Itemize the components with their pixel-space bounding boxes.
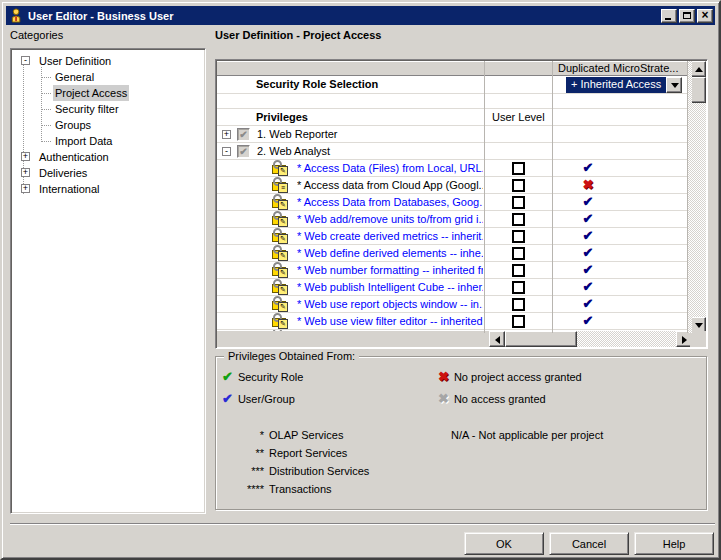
privilege-lock-icon: [272, 182, 286, 191]
sidebar-item-groups[interactable]: Groups: [13, 117, 203, 133]
ok-button[interactable]: OK: [464, 532, 544, 555]
sidebar-item-authentication[interactable]: + Authentication: [13, 149, 203, 165]
privilege-label: * Web use report objects window -- in...: [297, 298, 483, 310]
scrollbar-blank-zone: [217, 331, 489, 347]
maximize-button[interactable]: [679, 9, 695, 23]
scrollbar-corner: [690, 331, 706, 347]
privilege-label: * Access Data from Databases, Goog...: [297, 196, 483, 208]
security-role-selection-label: Security Role Selection: [256, 78, 378, 90]
privilege-row[interactable]: * Access Data (Files) from Local, URL...…: [217, 160, 692, 177]
combo-dropdown-button[interactable]: [666, 77, 682, 93]
privilege-label: * Web use view filter editor -- inherite…: [297, 315, 483, 327]
star-marker: *: [230, 429, 264, 441]
help-button[interactable]: Help: [634, 532, 714, 555]
horizontal-scrollbar[interactable]: [217, 331, 692, 347]
user-level-checkbox[interactable]: [512, 264, 525, 277]
column-header-duplicated-project[interactable]: Duplicated MicroStrate...: [558, 62, 686, 74]
privilege-row[interactable]: * Web define derived elements -- inhe...…: [217, 245, 692, 262]
privileges-obtained-from-groupbox: Privileges Obtained From: ✔Security Role…: [215, 356, 707, 510]
access-granted-icon[interactable]: ✔: [569, 313, 607, 329]
sidebar-item-international[interactable]: + International: [13, 181, 203, 197]
user-level-checkbox[interactable]: [512, 298, 525, 311]
spacer-row: [217, 94, 692, 109]
vertical-scroll-thumb[interactable]: [690, 77, 706, 103]
privilege-row[interactable]: * Web create derived metrics -- inherit.…: [217, 228, 692, 245]
privileges-label: Privileges: [256, 111, 308, 123]
access-granted-icon[interactable]: ✔: [569, 228, 607, 244]
expand-icon[interactable]: +: [21, 184, 30, 193]
privilege-lock-icon: [272, 318, 286, 327]
user-level-checkbox[interactable]: [512, 315, 525, 328]
group-checkbox-indeterminate[interactable]: [237, 128, 250, 141]
access-granted-icon[interactable]: ✔: [569, 245, 607, 261]
user-level-checkbox[interactable]: [512, 213, 525, 226]
access-granted-icon[interactable]: ✔: [569, 194, 607, 210]
privilege-row[interactable]: * Web number formatting -- inherited fr.…: [217, 262, 692, 279]
sidebar-item-deliveries[interactable]: + Deliveries: [13, 165, 203, 181]
privilege-row[interactable]: * Access Data from Databases, Goog... ✔: [217, 194, 692, 211]
horizontal-scroll-thumb[interactable]: [505, 331, 577, 347]
expand-icon[interactable]: +: [222, 130, 231, 139]
user-level-checkbox[interactable]: [512, 281, 525, 294]
star-marker: ***: [230, 465, 264, 477]
user-level-checkbox[interactable]: [512, 162, 525, 175]
sidebar-item-label: User Definition: [37, 53, 113, 69]
sidebar-item-label: Import Data: [53, 133, 114, 149]
cancel-button[interactable]: Cancel: [549, 532, 629, 555]
vertical-scrollbar[interactable]: [690, 61, 706, 333]
group-row-web-analyst[interactable]: - 2. Web Analyst: [217, 143, 692, 160]
legend-label: Security Role: [238, 371, 303, 383]
sidebar-item-label: Project Access: [53, 85, 129, 101]
privilege-row[interactable]: * Access data from Cloud App (Googl... ✖: [217, 177, 692, 194]
privilege-row[interactable]: * Web publish Intelligent Cube -- inher.…: [217, 279, 692, 296]
user-level-checkbox[interactable]: [512, 247, 525, 260]
legend-transactions: ****Transactions: [230, 483, 332, 495]
scroll-left-button[interactable]: [489, 331, 505, 347]
minimize-button[interactable]: [661, 9, 677, 23]
chevron-down-icon: [671, 83, 679, 88]
user-level-checkbox[interactable]: [512, 196, 525, 209]
minimize-icon: [665, 18, 671, 20]
column-divider: [687, 61, 688, 333]
group-row-web-reporter[interactable]: + 1. Web Reporter: [217, 126, 692, 143]
privilege-label: * Access data from Cloud App (Googl...: [297, 179, 483, 191]
access-granted-icon[interactable]: ✔: [569, 262, 607, 278]
legend-user-group: ✔User/Group: [222, 391, 295, 406]
group-label: 1. Web Reporter: [257, 128, 338, 140]
security-role-selection-row: Security Role Selection + Inherited Acce…: [217, 76, 692, 94]
access-granted-icon[interactable]: ✔: [569, 160, 607, 176]
sidebar-item-label: Deliveries: [37, 165, 89, 181]
legend-label: OLAP Services: [269, 429, 343, 441]
legend-olap-services: *OLAP Services: [230, 429, 343, 441]
privilege-row[interactable]: * Web use report objects window -- in...…: [217, 296, 692, 313]
project-access-grid: Duplicated MicroStrate... Security Role …: [215, 59, 708, 349]
user-level-checkbox[interactable]: [512, 230, 525, 243]
security-role-combobox[interactable]: + Inherited Access: [566, 77, 682, 93]
legend-label: No project access granted: [454, 371, 582, 383]
access-granted-icon[interactable]: ✔: [569, 211, 607, 227]
legend-no-project-access: ✖No project access granted: [438, 369, 582, 384]
groupbox-title: Privileges Obtained From:: [224, 350, 359, 362]
collapse-icon[interactable]: -: [222, 147, 231, 156]
privilege-row[interactable]: * Web add/remove units to/from grid i...…: [217, 211, 692, 228]
access-granted-icon[interactable]: ✔: [569, 296, 607, 312]
close-button[interactable]: ×: [697, 9, 713, 23]
expand-icon[interactable]: +: [21, 168, 30, 177]
sidebar-item-security-filter[interactable]: Security filter: [13, 101, 203, 117]
privilege-row[interactable]: * Web use view filter editor -- inherite…: [217, 313, 692, 330]
group-checkbox-indeterminate[interactable]: [237, 145, 250, 158]
user-level-checkbox[interactable]: [512, 179, 525, 192]
collapse-icon[interactable]: -: [21, 56, 30, 65]
scroll-up-button[interactable]: [690, 61, 706, 77]
sidebar-item-general[interactable]: General: [13, 69, 203, 85]
sidebar-item-label: Authentication: [37, 149, 111, 165]
titlebar[interactable]: User Editor - Business User ×: [6, 6, 715, 25]
privilege-label: * Web define derived elements -- inhe...: [297, 247, 483, 259]
sidebar-item-import-data[interactable]: Import Data: [13, 133, 203, 149]
expand-icon[interactable]: +: [21, 152, 30, 161]
arrow-up-icon: [695, 67, 703, 72]
access-denied-icon[interactable]: ✖: [569, 177, 607, 193]
access-granted-icon[interactable]: ✔: [569, 279, 607, 295]
security-role-value: + Inherited Access: [571, 78, 661, 90]
sidebar-item-project-access[interactable]: Project Access: [13, 85, 203, 101]
